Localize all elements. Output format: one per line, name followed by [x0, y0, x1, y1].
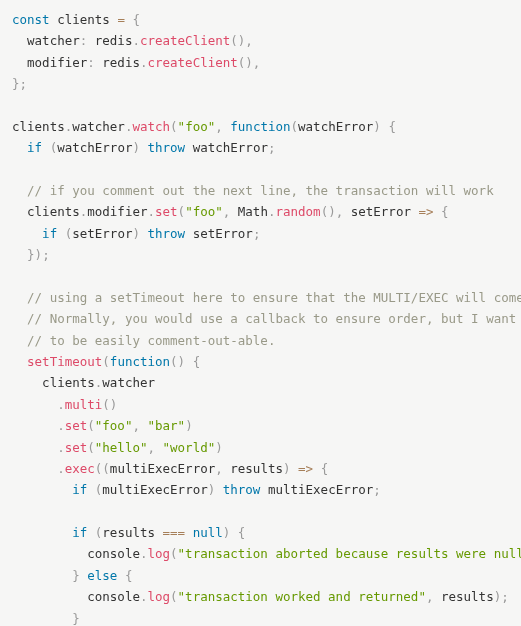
- code-token: if: [27, 140, 42, 155]
- code-token: [313, 461, 321, 476]
- code-token: modifier: [87, 204, 147, 219]
- code-token: ): [178, 354, 186, 369]
- code-line: console.log("transaction worked and retu…: [12, 589, 509, 604]
- code-token: }: [72, 568, 80, 583]
- code-token: [12, 140, 27, 155]
- code-token: exec: [65, 461, 95, 476]
- code-line: // to be easily comment-out-able.: [12, 333, 275, 348]
- code-token: watchError: [185, 140, 268, 155]
- code-token: (: [170, 119, 178, 134]
- code-block: const clients = { watcher: redis.createC…: [12, 10, 509, 626]
- code-token: ,: [215, 461, 223, 476]
- code-token: ): [215, 440, 223, 455]
- code-token: [87, 525, 95, 540]
- code-token: [155, 440, 163, 455]
- code-token: throw: [223, 482, 261, 497]
- code-token: =>: [418, 204, 433, 219]
- code-token: [12, 418, 57, 433]
- code-line: [12, 269, 20, 284]
- code-token: [12, 440, 57, 455]
- code-token: multiExecError: [110, 461, 215, 476]
- code-token: if: [42, 226, 57, 241]
- code-token: [57, 226, 65, 241]
- code-token: "transaction worked and returned": [178, 589, 426, 604]
- code-token: (: [87, 418, 95, 433]
- code-line: [12, 504, 20, 519]
- code-token: .: [57, 440, 65, 455]
- code-token: ): [35, 247, 43, 262]
- code-token: [42, 140, 50, 155]
- code-token: (: [230, 33, 238, 48]
- code-token: random: [275, 204, 320, 219]
- code-token: =>: [298, 461, 313, 476]
- code-token: ): [245, 55, 253, 70]
- code-token: // using a setTimeout here to ensure tha…: [27, 290, 521, 305]
- code-token: (: [291, 119, 299, 134]
- code-token: "world": [163, 440, 216, 455]
- code-token: ): [132, 140, 140, 155]
- code-line: if (results === null) {: [12, 525, 245, 540]
- code-token: {: [193, 354, 201, 369]
- code-token: results: [102, 525, 162, 540]
- code-token: =: [117, 12, 125, 27]
- code-token: clients: [50, 12, 118, 27]
- code-line: .exec((multiExecError, results) => {: [12, 461, 328, 476]
- code-token: ): [185, 418, 193, 433]
- code-token: (: [170, 546, 178, 561]
- code-content: const clients = { watcher: redis.createC…: [12, 12, 521, 626]
- code-token: redis: [95, 55, 140, 70]
- code-token: ;: [253, 226, 261, 241]
- code-token: clients: [12, 375, 95, 390]
- code-token: [12, 333, 27, 348]
- code-token: .: [57, 397, 65, 412]
- code-token: }: [27, 247, 35, 262]
- code-token: ,: [245, 33, 253, 48]
- code-token: {: [388, 119, 396, 134]
- code-line: } else {: [12, 568, 132, 583]
- code-token: "foo": [185, 204, 223, 219]
- code-token: multiExecError: [260, 482, 373, 497]
- code-token: .: [132, 33, 140, 48]
- code-token: [12, 354, 27, 369]
- code-line: clients.modifier.set("foo", Math.random(…: [12, 204, 449, 219]
- code-token: function: [230, 119, 290, 134]
- code-token: console: [12, 589, 140, 604]
- code-token: modifier: [12, 55, 87, 70]
- code-token: ===: [163, 525, 186, 540]
- code-token: ;: [20, 76, 28, 91]
- code-token: [230, 525, 238, 540]
- code-token: setError: [72, 226, 132, 241]
- code-token: set: [155, 204, 178, 219]
- code-token: createClient: [140, 33, 230, 48]
- code-token: (: [87, 440, 95, 455]
- code-token: {: [125, 568, 133, 583]
- code-line: console.log("transaction aborted because…: [12, 546, 521, 561]
- code-token: setError: [343, 204, 418, 219]
- code-token: ,: [147, 440, 155, 455]
- code-token: [185, 354, 193, 369]
- code-token: (: [102, 354, 110, 369]
- code-token: (: [170, 354, 178, 369]
- code-token: [12, 482, 72, 497]
- code-token: createClient: [147, 55, 237, 70]
- code-token: .: [57, 418, 65, 433]
- code-token: [12, 397, 57, 412]
- code-token: [140, 140, 148, 155]
- code-token: watcher: [12, 33, 80, 48]
- code-line: clients.watcher.watch("foo", function(wa…: [12, 119, 396, 134]
- code-token: {: [238, 525, 246, 540]
- code-token: [12, 461, 57, 476]
- code-token: null: [193, 525, 223, 540]
- code-token: [12, 269, 20, 284]
- code-token: const: [12, 12, 50, 27]
- code-line: };: [12, 76, 27, 91]
- code-token: [140, 226, 148, 241]
- code-token: function: [110, 354, 170, 369]
- code-token: {: [441, 204, 449, 219]
- code-token: ;: [42, 247, 50, 262]
- code-line: });: [12, 247, 50, 262]
- code-token: [12, 162, 20, 177]
- code-line: watcher: redis.createClient(),: [12, 33, 253, 48]
- code-token: watchError: [298, 119, 373, 134]
- code-token: setError: [185, 226, 253, 241]
